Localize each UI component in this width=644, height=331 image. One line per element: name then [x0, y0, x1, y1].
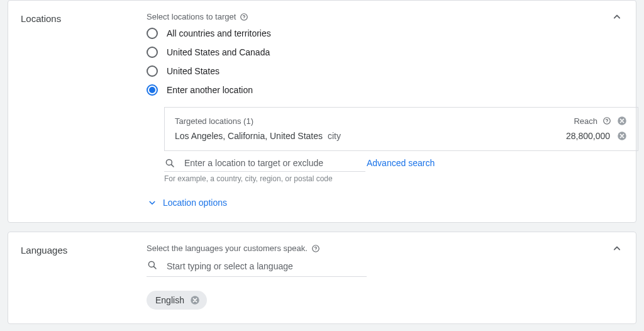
locations-title: Locations [21, 12, 147, 208]
svg-line-7 [172, 165, 174, 167]
targeted-header: Targeted locations (1) Reach [175, 115, 628, 126]
location-options-toggle[interactable]: Location options [147, 197, 623, 208]
language-chip[interactable]: English [147, 291, 207, 310]
search-icon [164, 157, 175, 169]
targeted-row-type: city [328, 131, 341, 141]
radio-label: Enter another location [167, 85, 253, 95]
targeted-row-reach: 28,800,000 [566, 131, 610, 141]
location-search-input[interactable] [183, 157, 349, 169]
radio-icon [147, 84, 158, 96]
location-search-row: Advanced search [164, 157, 623, 169]
locations-hint-text: Select locations to target [147, 12, 236, 21]
languages-card: Languages Select the languages your cust… [8, 232, 636, 324]
advanced-search-link[interactable]: Advanced search [367, 158, 435, 168]
radio-label: All countries and territories [167, 28, 271, 38]
targeted-row: Los Angeles, California, United States c… [175, 130, 628, 142]
languages-body: Select the languages your customers spea… [147, 244, 623, 310]
divider [164, 171, 365, 172]
svg-point-6 [166, 159, 172, 165]
language-search-input[interactable] [165, 261, 367, 272]
radio-label: United States and Canada [167, 47, 270, 57]
radio-enter-another[interactable]: Enter another location [147, 84, 623, 96]
radio-icon [147, 65, 158, 77]
help-icon[interactable] [311, 244, 320, 253]
svg-point-1 [244, 18, 245, 19]
help-icon[interactable] [602, 116, 611, 125]
remove-location-icon[interactable] [616, 130, 628, 142]
collapse-section-button[interactable] [609, 9, 625, 25]
location-options-label: Location options [163, 198, 227, 208]
radio-icon [147, 28, 158, 39]
svg-point-3 [607, 122, 608, 123]
radio-icon [147, 47, 158, 58]
help-icon[interactable] [240, 13, 248, 21]
radio-all-countries[interactable]: All countries and territories [147, 28, 623, 39]
targeted-row-name: Los Angeles, California, United States [175, 131, 323, 141]
collapse-section-button[interactable] [609, 241, 625, 256]
location-radio-group: All countries and territories United Sta… [147, 28, 623, 96]
radio-us-canada[interactable]: United States and Canada [147, 47, 623, 58]
language-search-row [147, 259, 367, 277]
svg-point-9 [315, 250, 316, 250]
chevron-down-icon [147, 197, 158, 208]
locations-body: Select locations to target All countries… [147, 12, 623, 208]
targeted-locations-box: Targeted locations (1) Reach [164, 107, 638, 151]
reach-label: Reach [574, 116, 597, 126]
targeted-header-label: Targeted locations (1) [175, 116, 253, 126]
radio-label: United States [167, 66, 219, 76]
svg-line-11 [154, 267, 156, 269]
languages-hint: Select the languages your customers spea… [147, 244, 623, 253]
radio-us[interactable]: United States [147, 65, 623, 77]
language-chip-label: English [155, 295, 184, 305]
remove-language-icon[interactable] [189, 295, 201, 306]
svg-point-10 [148, 261, 154, 267]
location-search-helper: For example, a country, city, region, or… [164, 174, 623, 183]
search-icon [147, 259, 158, 272]
clear-all-icon[interactable] [616, 115, 628, 126]
language-chips: English [147, 291, 623, 310]
locations-card: Locations Select locations to target All… [8, 0, 636, 223]
locations-hint: Select locations to target [147, 12, 623, 21]
languages-hint-text: Select the languages your customers spea… [147, 244, 308, 253]
languages-title: Languages [21, 244, 147, 310]
